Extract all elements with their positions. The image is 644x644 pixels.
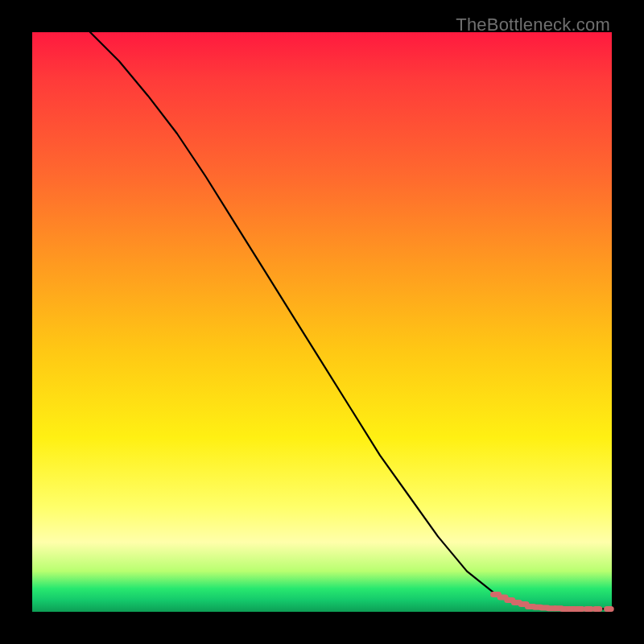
data-markers [493, 594, 612, 609]
chart-frame: TheBottleneck.com [0, 0, 644, 644]
watermark-text: TheBottleneck.com [456, 14, 610, 35]
chart-overlay-svg [32, 32, 612, 612]
bottleneck-curve [90, 32, 612, 609]
